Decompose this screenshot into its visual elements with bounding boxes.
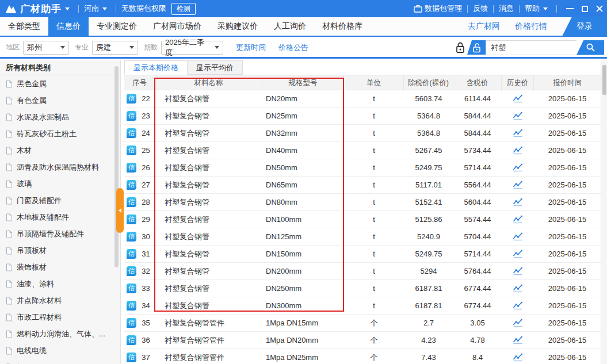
sidebar-item[interactable]: 灯具 [0, 359, 120, 364]
history-chart-icon[interactable] [513, 146, 523, 155]
table-row[interactable]: 信37衬塑复合钢管管件1Mpa DN25mm个7.438.42025-06-15 [124, 349, 601, 364]
table-row[interactable]: 信27衬塑复合钢管DN65mmt5117.015564.442025-06-15 [124, 177, 601, 194]
nav-tab-3[interactable]: 广材网市场价 [145, 17, 209, 36]
history-price-cell[interactable] [502, 215, 534, 224]
history-chart-icon[interactable] [513, 129, 523, 137]
history-price-cell[interactable] [502, 181, 534, 189]
history-price-cell[interactable] [502, 232, 534, 241]
history-chart-icon[interactable] [513, 198, 523, 206]
view-tab-0[interactable]: 显示本期价格 [124, 60, 188, 75]
nav-tab-2[interactable]: 专业测定价 [89, 17, 145, 36]
check-permission-button[interactable]: 检测 [171, 3, 196, 15]
history-chart-icon[interactable] [513, 336, 523, 344]
table-row[interactable]: 信36衬塑复合钢管管件1Mpa DN20mm个4.234.782025-06-1… [124, 332, 601, 349]
history-price-cell[interactable] [502, 301, 534, 310]
sidebar-item[interactable]: 木材 [0, 142, 120, 159]
exact-lock-icon[interactable] [455, 41, 466, 54]
sidebar-item[interactable]: 砖瓦灰砂石土粉土 [0, 125, 120, 142]
sidebar-item[interactable]: 木地板及辅配件 [0, 209, 120, 225]
sidebar-item[interactable]: 沥青及防水保温隔热材料 [0, 159, 120, 175]
update-time-link[interactable]: 更新时间 [236, 43, 266, 53]
history-chart-icon[interactable] [513, 215, 523, 224]
province-selector[interactable]: 河南 [84, 3, 110, 14]
period-select[interactable]: 2025年二季度 [161, 41, 223, 55]
sidebar-item[interactable]: 燃料动力润滑油、气体、... [0, 325, 120, 342]
history-price-cell[interactable] [502, 94, 534, 103]
table-row[interactable]: 信22衬塑复合钢管DN20mmt5603.746114.442025-06-15 [124, 90, 601, 108]
history-price-cell[interactable] [502, 163, 534, 172]
table-row[interactable]: 信32衬塑复合钢管DN200mmt52945764.442025-06-15 [124, 263, 601, 280]
table-row[interactable]: 信35衬塑复合钢管管件1Mpa DN15mm个2.73.052025-06-15 [124, 315, 601, 332]
sidebar-item[interactable]: 玻璃 [0, 175, 120, 192]
feedback-link[interactable]: 反馈 [473, 3, 488, 14]
nav-tab-6[interactable]: 材料价格库 [314, 17, 371, 36]
table-row[interactable]: 信33衬塑复合钢管DN250mmt6187.816774.442025-06-1… [124, 280, 601, 297]
history-price-cell[interactable] [502, 353, 534, 362]
table-scrollbar[interactable] [601, 60, 607, 364]
history-price-cell[interactable] [502, 112, 534, 120]
sidebar-item[interactable]: 水泥及水泥制品 [0, 109, 120, 125]
fuzzy-unlock-button[interactable] [467, 40, 486, 55]
nav-tab-0[interactable]: 全部类型 [0, 17, 48, 36]
sidebar-item[interactable]: 装饰板材 [0, 259, 120, 275]
table-row[interactable]: 信28衬塑复合钢管DN80mmt5152.415604.442025-06-15 [124, 194, 601, 211]
table-row[interactable]: 信23衬塑复合钢管DN25mmt5364.85844.442025-06-15 [124, 108, 601, 125]
sidebar-scrollbar-thumb[interactable] [114, 66, 119, 267]
sidebar-item[interactable]: 电线电缆 [0, 342, 120, 359]
sidebar-item[interactable]: 门窗及辅配件 [0, 192, 120, 209]
table-scrollbar-thumb[interactable] [602, 65, 606, 95]
region-select[interactable]: 郑州 [23, 41, 69, 55]
help-menu[interactable]: 帮助 [525, 3, 551, 14]
table-row[interactable]: 信25衬塑复合钢管DN40mmt5267.455734.442025-06-15 [124, 142, 601, 159]
login-button[interactable]: 登录 [562, 17, 607, 36]
history-chart-icon[interactable] [513, 301, 523, 310]
sidebar-item[interactable]: 油漆、涂料 [0, 275, 120, 292]
history-price-cell[interactable] [502, 267, 534, 275]
view-tab-1[interactable]: 显示平均价 [188, 60, 243, 75]
message-link[interactable]: 消息 [499, 3, 514, 14]
sidebar-item[interactable]: 黑色金属 [0, 75, 120, 92]
price-notice-link[interactable]: 价格公告 [278, 43, 308, 53]
history-price-cell[interactable] [502, 284, 534, 293]
table-row[interactable]: 信31衬塑复合钢管DN150mmt5249.755714.442025-06-1… [124, 246, 601, 263]
history-price-cell[interactable] [502, 319, 534, 327]
history-chart-icon[interactable] [513, 232, 523, 241]
history-chart-icon[interactable] [513, 267, 523, 275]
goto-gcw-link[interactable]: 去广材网 [468, 21, 500, 32]
history-chart-icon[interactable] [513, 181, 523, 189]
sidebar-item[interactable]: 吊顶隔墙骨及铺配件 [0, 225, 120, 242]
sidebar-collapse-handle[interactable] [116, 188, 124, 233]
table-row[interactable]: 信34衬塑复合钢管DN300mmt6187.816774.442025-06-1… [124, 297, 601, 315]
history-chart-icon[interactable] [513, 163, 523, 172]
major-select[interactable]: 房建 [92, 41, 138, 55]
nav-tab-5[interactable]: 人工询价 [266, 17, 314, 36]
minimize-button[interactable] [562, 0, 577, 17]
sidebar-item[interactable]: 吊顶板材 [0, 242, 120, 259]
nav-tab-4[interactable]: 采购建议价 [209, 17, 266, 36]
history-chart-icon[interactable] [513, 353, 523, 362]
history-chart-icon[interactable] [513, 250, 523, 258]
price-quotes-link[interactable]: 价格行情 [515, 21, 547, 32]
history-price-cell[interactable] [502, 129, 534, 137]
history-price-cell[interactable] [502, 250, 534, 258]
search-input[interactable] [486, 40, 577, 55]
history-price-cell[interactable] [502, 336, 534, 344]
history-price-cell[interactable] [502, 198, 534, 206]
maximize-button[interactable] [577, 0, 592, 17]
history-chart-icon[interactable] [513, 284, 523, 293]
table-row[interactable]: 信24衬塑复合钢管DN32mmt5364.85844.442025-06-15 [124, 125, 601, 142]
package-manage-link[interactable]: 数据包管理 [414, 3, 462, 14]
history-price-cell[interactable] [502, 146, 534, 155]
history-chart-icon[interactable] [513, 112, 523, 120]
history-chart-icon[interactable] [513, 94, 523, 103]
table-row[interactable]: 信26衬塑复合钢管DN50mmt5249.755714.442025-06-15 [124, 159, 601, 177]
sidebar-item[interactable]: 井点降水材料 [0, 292, 120, 309]
nav-tab-1[interactable]: 信息价 [48, 17, 89, 36]
table-row[interactable]: 信30衬塑复合钢管DN125mmt5240.95704.442025-06-15 [124, 228, 601, 246]
sidebar-item[interactable]: 有色金属 [0, 92, 120, 109]
history-chart-icon[interactable] [513, 319, 523, 327]
sidebar-item[interactable]: 市政工程材料 [0, 309, 120, 325]
app-caret-icon[interactable] [65, 7, 70, 10]
close-button[interactable] [592, 0, 607, 17]
table-row[interactable]: 信29衬塑复合钢管DN100mmt5125.865574.442025-06-1… [124, 211, 601, 228]
